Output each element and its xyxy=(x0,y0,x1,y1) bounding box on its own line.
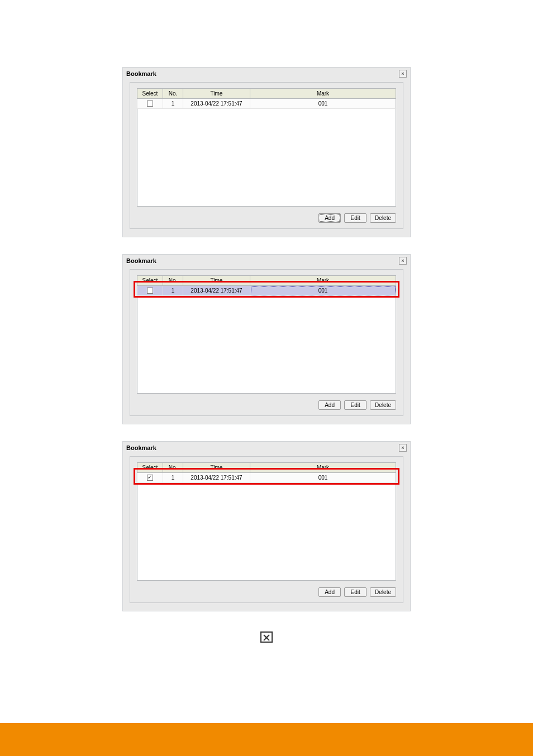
edit-button[interactable]: Edit xyxy=(344,587,367,597)
cell-no: 1 xyxy=(163,473,183,483)
table-wrap: Select No. Time Mark 1 2013-04/22 17:51:… xyxy=(137,88,396,207)
checkbox-icon[interactable] xyxy=(147,475,153,481)
button-row: Add Edit Delete xyxy=(137,213,396,223)
button-row: Add Edit Delete xyxy=(137,587,396,597)
cell-mark: 001 xyxy=(250,286,396,296)
col-header-time: Time xyxy=(183,463,250,473)
close-icon[interactable]: × xyxy=(399,257,407,265)
col-header-select: Select xyxy=(137,276,163,286)
dialog-titlebar: Bookmark × xyxy=(123,255,410,266)
cell-select[interactable] xyxy=(137,286,163,296)
cell-no: 1 xyxy=(163,286,183,296)
bookmark-table: Select No. Time Mark 1 2013-04/22 17:51:… xyxy=(137,275,396,296)
col-header-select: Select xyxy=(137,89,163,99)
add-button[interactable]: Add xyxy=(318,587,341,597)
col-header-time: Time xyxy=(183,89,250,99)
cell-time: 2013-04/22 17:51:47 xyxy=(183,99,250,109)
bookmark-table: Select No. Time Mark 1 2013-04/22 17:51:… xyxy=(137,88,396,109)
add-button[interactable]: Add xyxy=(318,400,341,410)
col-header-mark: Mark xyxy=(250,276,396,286)
table-wrap: Select No. Time Mark 1 2013-04/22 17:51:… xyxy=(137,275,396,394)
col-header-mark: Mark xyxy=(250,89,396,99)
edit-button[interactable]: Edit xyxy=(344,400,367,410)
bookmark-dialog-2: Bookmark × Select No. Time Mark xyxy=(122,254,411,424)
bookmark-panel: Select No. Time Mark 1 2013-04/22 17:51:… xyxy=(130,269,403,416)
table-empty-area xyxy=(137,109,396,207)
add-button[interactable]: Add xyxy=(318,213,341,223)
dialog-title: Bookmark xyxy=(126,257,156,264)
col-header-no: No. xyxy=(163,463,183,473)
table-wrap: Select No. Time Mark 1 2013-04/22 17:51:… xyxy=(137,462,396,581)
cell-time: 2013-04/22 17:51:47 xyxy=(183,286,250,296)
close-icon xyxy=(260,631,273,643)
dialog-titlebar: Bookmark × xyxy=(123,68,410,79)
cell-no: 1 xyxy=(163,99,183,109)
col-header-time: Time xyxy=(183,276,250,286)
table-row[interactable]: 1 2013-04/22 17:51:47 001 xyxy=(137,286,396,296)
table-empty-area xyxy=(137,296,396,394)
col-header-no: No. xyxy=(163,89,183,99)
bookmark-panel: Select No. Time Mark 1 2013-04/22 17:51:… xyxy=(130,82,403,229)
checkbox-icon[interactable] xyxy=(147,288,153,294)
inline-close-row xyxy=(122,628,411,645)
close-icon[interactable]: × xyxy=(399,70,407,78)
cell-mark: 001 xyxy=(250,99,396,109)
cell-select[interactable] xyxy=(137,473,163,483)
col-header-no: No. xyxy=(163,276,183,286)
bookmark-panel: Select No. Time Mark 1 2013-04/22 17:51:… xyxy=(130,456,403,603)
delete-button[interactable]: Delete xyxy=(370,213,396,223)
dialog-titlebar: Bookmark × xyxy=(123,442,410,453)
bookmark-dialog-1: Bookmark × Select No. Time Mark xyxy=(122,67,411,237)
delete-button[interactable]: Delete xyxy=(370,587,396,597)
edit-button[interactable]: Edit xyxy=(344,213,367,223)
dialog-title: Bookmark xyxy=(126,444,156,451)
table-row[interactable]: 1 2013-04/22 17:51:47 001 xyxy=(137,473,396,483)
delete-button[interactable]: Delete xyxy=(370,400,396,410)
col-header-mark: Mark xyxy=(250,463,396,473)
col-header-select: Select xyxy=(137,463,163,473)
table-row[interactable]: 1 2013-04/22 17:51:47 001 xyxy=(137,99,396,109)
close-icon[interactable]: × xyxy=(399,444,407,452)
cell-select[interactable] xyxy=(137,99,163,109)
cell-mark: 001 xyxy=(250,473,396,483)
cell-time: 2013-04/22 17:51:47 xyxy=(183,473,250,483)
checkbox-icon[interactable] xyxy=(147,101,153,107)
bookmark-dialog-3: Bookmark × Select No. Time Mark xyxy=(122,441,411,611)
page-footer-bar xyxy=(0,723,533,756)
table-empty-area xyxy=(137,483,396,581)
bookmark-table: Select No. Time Mark 1 2013-04/22 17:51:… xyxy=(137,462,396,483)
button-row: Add Edit Delete xyxy=(137,400,396,410)
dialog-title: Bookmark xyxy=(126,70,156,77)
